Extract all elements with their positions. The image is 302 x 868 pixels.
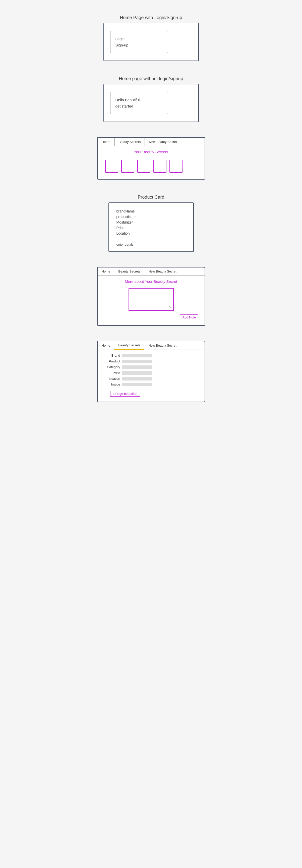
label-location: location [103, 377, 120, 380]
new-beauty-secret-screen: Home Beauty Secrets New Beauty Secret Br… [97, 341, 205, 402]
input-category[interactable] [122, 366, 153, 369]
enter-details-text[interactable]: enter detals [116, 240, 186, 246]
product-thumb-5[interactable] [169, 160, 182, 173]
form-row-product: Product [103, 360, 200, 363]
form-row-category: Category [103, 365, 200, 369]
more-about-title: More about Your Beauty Secret [103, 279, 200, 284]
beauty-secrets-content: Your Beauty Secrets [98, 146, 205, 179]
nav-beauty-secrets-tab[interactable]: Beauty Secrets [114, 137, 145, 146]
more-nav-beauty-tab[interactable]: Beauty Secrets [114, 268, 144, 275]
input-brand[interactable] [122, 354, 153, 358]
input-price[interactable] [122, 371, 153, 375]
login-item[interactable]: Login [115, 36, 163, 42]
nav-new-beauty-tab[interactable]: New Beauty Secret [145, 137, 181, 146]
get-started-text[interactable]: get started [115, 103, 163, 109]
product-thumb-3[interactable] [137, 160, 150, 173]
more-about-content: More about Your Beauty Secret ↘ Add Note [98, 276, 205, 325]
product-thumb-grid [103, 158, 200, 174]
section-more-about: Home Beauty Secrets New Beauty Secret Mo… [0, 267, 302, 326]
input-product[interactable] [122, 360, 153, 363]
more-nav-new-tab[interactable]: New Beauty Secret [144, 268, 180, 275]
field-product-name: productName [116, 215, 186, 219]
product-card-box: brandName productName Mosturizer Price L… [108, 203, 194, 252]
signup-item[interactable]: Sign-up [115, 42, 163, 48]
more-nav-home-tab[interactable]: Home [98, 268, 114, 275]
page-wrapper: Home Page with Login/Sign-up Login Sign-… [0, 0, 302, 417]
form-row-location: location [103, 377, 200, 380]
section-product-card: Product Card brandName productName Mostu… [0, 195, 302, 252]
product-thumb-2[interactable] [121, 160, 134, 173]
hello-box: Hello Beautiful! get started [110, 92, 168, 114]
section-home-login: Home Page with Login/Sign-up Login Sign-… [0, 15, 302, 61]
input-image[interactable] [122, 383, 153, 386]
hello-beautiful-text: Hello Beautiful! [115, 97, 163, 103]
submit-button[interactable]: let's go beautiful! [110, 391, 140, 397]
label-product: Product [103, 360, 120, 363]
section-home-nologin: Home page without login/signup Hello Bea… [0, 76, 302, 122]
product-thumb-4[interactable] [154, 160, 166, 173]
beauty-secrets-title: Your Beauty Secrets [103, 150, 200, 154]
new-nav-home-tab[interactable]: Home [98, 341, 114, 350]
label-price: Price [103, 371, 120, 375]
beauty-secrets-nav: Home Beauty Secrets New Beauty Secret [98, 137, 205, 146]
new-nav-new-tab[interactable]: New Beauty Secret [144, 341, 180, 350]
product-thumb-1[interactable] [105, 160, 118, 173]
new-beauty-form-content: Brand Product Category Price location [98, 350, 205, 402]
more-about-nav: Home Beauty Secrets New Beauty Secret [98, 268, 205, 276]
label-category: Category [103, 365, 120, 369]
field-location: Location [116, 231, 186, 235]
section-new-beauty-secret: Home Beauty Secrets New Beauty Secret Br… [0, 341, 302, 402]
note-textarea[interactable]: ↘ [129, 288, 174, 311]
beauty-secrets-screen: Home Beauty Secrets New Beauty Secret Yo… [97, 137, 205, 180]
form-row-brand: Brand [103, 353, 200, 358]
form-row-image: Image [103, 382, 200, 386]
screen-home-nologin: Hello Beautiful! get started [103, 84, 199, 122]
new-beauty-nav: Home Beauty Secrets New Beauty Secret [98, 341, 205, 350]
section-label-nologin: Home page without login/signup [119, 76, 183, 82]
field-moisturizer: Mosturizer [116, 220, 186, 224]
nav-home-tab[interactable]: Home [98, 137, 114, 146]
add-note-button[interactable]: Add Note [180, 314, 198, 320]
input-location[interactable] [122, 377, 153, 380]
product-card-label: Product Card [138, 195, 164, 200]
form-row-price: Price [103, 371, 200, 375]
screen-home-login: Login Sign-up [103, 23, 199, 61]
section-label-login: Home Page with Login/Sign-up [120, 15, 182, 20]
section-beauty-secrets: Home Beauty Secrets New Beauty Secret Yo… [0, 137, 302, 180]
resize-icon: ↘ [169, 305, 172, 309]
more-about-screen: Home Beauty Secrets New Beauty Secret Mo… [97, 267, 205, 326]
field-price: Price [116, 226, 186, 230]
login-signup-box: Login Sign-up [110, 31, 168, 53]
label-image: Image [103, 382, 120, 386]
field-brand-name: brandName [116, 209, 186, 213]
new-nav-beauty-tab[interactable]: Beauty Secrets [114, 341, 144, 350]
label-brand: Brand [103, 353, 120, 358]
